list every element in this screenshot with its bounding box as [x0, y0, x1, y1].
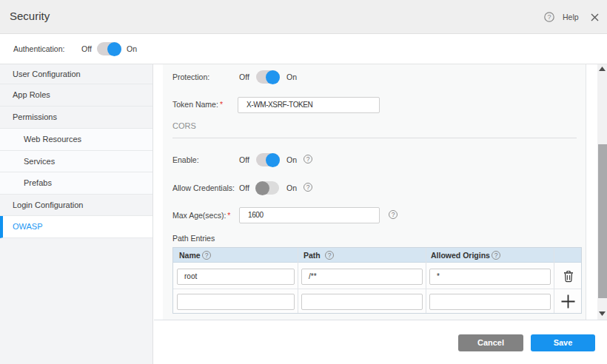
svg-text:?: ? — [547, 13, 551, 21]
